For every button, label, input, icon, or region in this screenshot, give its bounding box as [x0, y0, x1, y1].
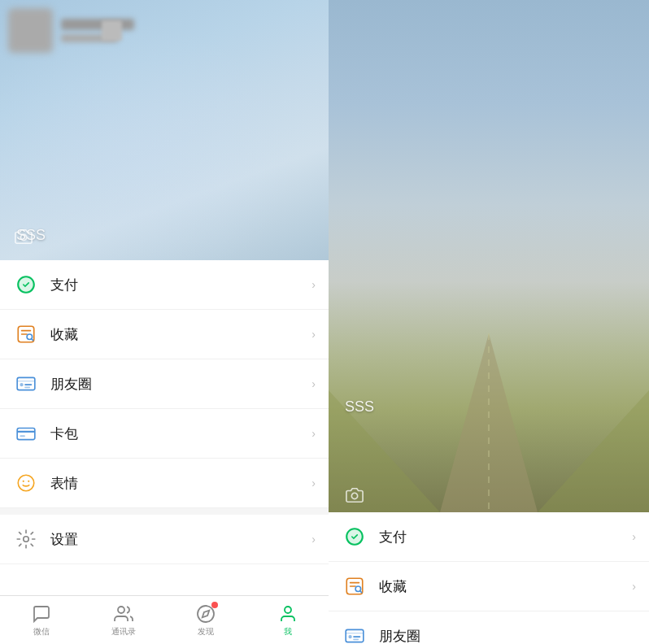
svg-rect-4: [17, 377, 35, 389]
menu-arrow-pay: ›: [311, 278, 316, 291]
right-menu-arrow-collect: ›: [632, 580, 636, 593]
tab-label-chat: 微信: [33, 626, 50, 637]
svg-point-10: [28, 481, 29, 482]
right-menu-label-collect: 收藏: [379, 577, 632, 596]
svg-marker-14: [202, 610, 208, 616]
right-menu-item-moments[interactable]: 朋友圈: [329, 611, 649, 644]
menu-arrow-settings: ›: [311, 533, 316, 546]
right-menu-arrow-pay: ›: [632, 530, 636, 543]
right-cover-photo: SSS: [329, 0, 649, 512]
discover-badge: [211, 602, 218, 608]
svg-point-20: [351, 493, 357, 498]
road-area: [329, 268, 649, 512]
right-profile-name: SSS: [345, 398, 374, 416]
menu-label-settings: 设置: [50, 530, 311, 549]
right-menu-item-collect[interactable]: 收藏 ›: [329, 562, 649, 611]
menu-item-card[interactable]: 卡包 ›: [0, 409, 329, 459]
collect-icon: [13, 321, 39, 347]
right-collect-icon: [342, 573, 368, 599]
menu-label-emoji: 表情: [50, 474, 311, 493]
right-menu-label-moments: 朋友圈: [379, 627, 636, 645]
tab-contacts[interactable]: 通讯录: [82, 603, 164, 637]
svg-point-11: [24, 537, 29, 542]
profile-header: [8, 8, 134, 53]
menu-label-collect: 收藏: [50, 325, 311, 344]
menu-item-pay[interactable]: 支付 ›: [0, 260, 329, 310]
name-blur: [61, 19, 134, 30]
svg-marker-19: [538, 390, 649, 512]
menu-arrow-card: ›: [311, 427, 316, 440]
right-menu-item-pay[interactable]: 支付 ›: [329, 512, 649, 562]
svg-point-9: [23, 481, 24, 482]
left-menu-list: 支付 › 收藏 ›: [0, 260, 329, 595]
svg-point-5: [20, 383, 23, 386]
bottom-tab-bar: 微信 通讯录 发现: [0, 595, 329, 644]
chat-tab-icon: [31, 603, 52, 624]
svg-point-12: [118, 607, 124, 613]
menu-item-emoji[interactable]: 表情 ›: [0, 459, 329, 508]
discover-tab-icon: [195, 603, 216, 624]
right-menu-list: 支付 › 收藏 ›: [329, 512, 649, 644]
svg-point-13: [198, 606, 214, 622]
tab-me[interactable]: 我: [246, 603, 329, 637]
road-svg: [329, 268, 649, 512]
svg-point-0: [20, 234, 26, 240]
avatar-blur: [8, 8, 53, 53]
settings-icon: [13, 526, 39, 552]
right-moments-icon: [342, 623, 368, 644]
menu-label-moments: 朋友圈: [50, 375, 311, 394]
left-camera-icon[interactable]: [12, 225, 35, 248]
menu-label-card: 卡包: [50, 424, 311, 443]
qr-code-blur: [102, 20, 122, 41]
svg-point-25: [348, 635, 351, 638]
left-panel: SSS 支付 ›: [0, 0, 329, 644]
svg-point-8: [18, 475, 34, 491]
menu-arrow-emoji: ›: [311, 476, 316, 490]
menu-item-moments[interactable]: 朋友圈 ›: [0, 359, 329, 409]
right-menu-label-pay: 支付: [379, 528, 632, 546]
svg-point-15: [285, 607, 291, 613]
svg-rect-7: [20, 435, 25, 437]
menu-divider: [0, 508, 329, 515]
tab-label-contacts: 通讯录: [111, 626, 136, 637]
right-camera-icon[interactable]: [343, 484, 366, 507]
profile-info-blur: [61, 19, 134, 42]
right-panel: SSS 支付 ›: [329, 0, 649, 644]
left-cover-photo: SSS: [0, 0, 329, 260]
emoji-icon: [13, 470, 39, 496]
menu-label-pay: 支付: [50, 276, 311, 294]
tab-chat[interactable]: 微信: [0, 603, 82, 637]
tab-label-me: 我: [284, 626, 292, 637]
menu-arrow-moments: ›: [311, 377, 316, 390]
menu-item-collect[interactable]: 收藏 ›: [0, 310, 329, 359]
contacts-tab-icon: [113, 603, 134, 624]
tab-discover[interactable]: 发现: [164, 603, 246, 637]
tab-label-discover: 发现: [198, 626, 214, 637]
menu-arrow-collect: ›: [311, 328, 316, 341]
right-pay-icon: [342, 524, 368, 550]
svg-rect-6: [17, 429, 35, 440]
pay-icon: [13, 272, 39, 298]
moments-icon: [13, 371, 39, 397]
menu-item-settings[interactable]: 设置 ›: [0, 515, 329, 564]
me-tab-icon: [277, 603, 298, 624]
svg-rect-24: [346, 629, 364, 642]
card-icon: [13, 420, 39, 446]
